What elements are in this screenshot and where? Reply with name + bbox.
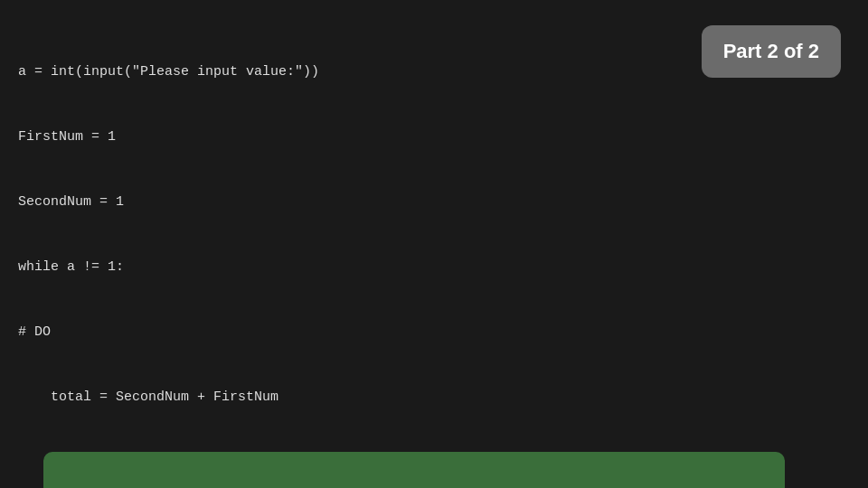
code-line-5: # DO [18,322,850,343]
highlighted-code-block: if MyErrorCheck == True: # THEN print(">… [43,452,785,488]
code-block: a = int(input("Please input value:")) Fi… [18,18,850,488]
code-line-2: FirstNum = 1 [18,127,850,148]
code-line-6: total = SecondNum + FirstNum [18,387,850,408]
code-line-4: while a != 1: [18,257,850,278]
code-line-3: SecondNum = 1 [18,192,850,213]
code-container: a = int(input("Please input value:")) Fi… [0,0,868,488]
part-badge: Part 2 of 2 [702,25,841,78]
